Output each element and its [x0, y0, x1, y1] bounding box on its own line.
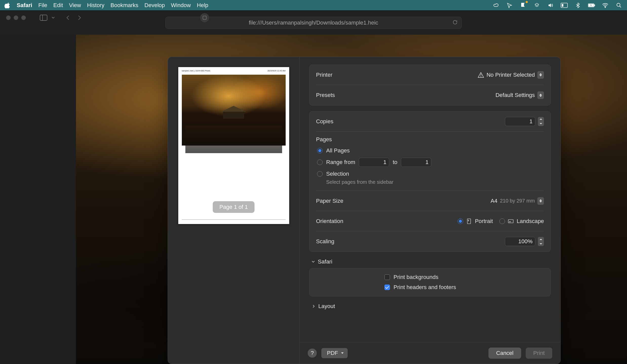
menubar-item-develop[interactable]: Develop: [144, 2, 165, 9]
checkbox-off-icon: [384, 274, 390, 280]
window-minimize-button[interactable]: [14, 15, 18, 20]
print-preview-pane: sample1.heic | 1024×683 Pixels 2023/9/25…: [168, 57, 300, 364]
bluetooth-icon[interactable]: [574, 3, 581, 8]
printer-label: Printer: [316, 72, 332, 78]
reload-button[interactable]: [452, 19, 458, 26]
svg-point-5: [605, 7, 606, 8]
orientation-portrait-option[interactable]: Portrait: [458, 218, 493, 225]
menubar-left: Safari File Edit View History Bookmarks …: [5, 2, 208, 9]
copies-input[interactable]: [505, 117, 535, 126]
notification-badge: [526, 1, 528, 3]
orientation-label: Orientation: [316, 218, 343, 225]
pages-block: Pages All Pages Range from to Se: [316, 132, 544, 191]
menubar-item-view[interactable]: View: [69, 2, 81, 9]
apple-logo-icon[interactable]: [5, 2, 11, 8]
volume-icon[interactable]: [547, 3, 554, 8]
orientation-landscape-option[interactable]: Landscape: [499, 218, 544, 225]
safari-sidebar-area: [0, 35, 76, 364]
page-counter-badge: Page 1 of 1: [213, 201, 254, 213]
preview-page-header: sample1.heic | 1024×683 Pixels 2023/9/25…: [182, 70, 286, 72]
input-source-icon[interactable]: [561, 3, 568, 8]
svg-rect-1: [562, 4, 563, 7]
safari-section-toggle[interactable]: Safari: [309, 257, 551, 268]
scaling-stepper[interactable]: [538, 237, 544, 246]
airdrop-icon[interactable]: [506, 3, 513, 8]
scaling-input[interactable]: [505, 237, 535, 246]
svg-point-6: [617, 3, 620, 6]
printer-select[interactable]: No Printer Selected: [478, 71, 544, 79]
battery-icon[interactable]: [588, 3, 595, 8]
svg-rect-10: [467, 219, 471, 224]
scaling-label: Scaling: [316, 238, 334, 245]
checkbox-on-icon: [384, 285, 390, 290]
radio-off-icon: [499, 218, 505, 224]
svg-rect-11: [508, 219, 514, 223]
pages-label: Pages: [316, 136, 544, 143]
address-bar[interactable]: file:///Users/ramanpalsingh/Downloads/sa…: [165, 17, 462, 29]
page-setup-card: Copies Pages All Pages Range from: [309, 111, 551, 252]
window-zoom-button[interactable]: [21, 15, 26, 20]
radio-off-icon: [317, 171, 323, 177]
svg-rect-7: [40, 15, 47, 21]
scaling-row: Scaling: [316, 231, 544, 252]
window-close-button[interactable]: [6, 15, 11, 20]
sync-icon[interactable]: [533, 3, 540, 8]
menubar-item-file[interactable]: File: [38, 2, 47, 9]
paper-size-row: Paper Size A4 210 by 297 mm: [316, 191, 544, 211]
presets-select[interactable]: Default Settings: [496, 91, 544, 99]
menubar-item-help[interactable]: Help: [197, 2, 208, 9]
menubar-item-history[interactable]: History: [87, 2, 104, 9]
menubar-item-window[interactable]: Window: [171, 2, 191, 9]
forward-button[interactable]: [75, 13, 84, 22]
print-backgrounds-option[interactable]: Print backgrounds: [384, 274, 476, 280]
paper-size-label: Paper Size: [316, 198, 343, 204]
svg-rect-4: [594, 4, 595, 6]
address-bar-text: file:///Users/ramanpalsingh/Downloads/sa…: [249, 19, 378, 26]
spotlight-search-icon[interactable]: [615, 3, 622, 8]
cancel-button[interactable]: Cancel: [488, 348, 521, 359]
menubar-item-edit[interactable]: Edit: [53, 2, 63, 9]
landscape-icon: [507, 218, 514, 225]
printer-row: Printer No Printer Selected: [316, 65, 544, 85]
dropdown-arrows-icon: [537, 71, 544, 79]
print-preview-page[interactable]: sample1.heic | 1024×683 Pixels 2023/9/25…: [178, 67, 289, 224]
dropdown-arrows-icon: [537, 197, 544, 205]
menubar-status-area: [492, 2, 622, 9]
copies-row: Copies: [316, 111, 544, 132]
preview-page-footer: [182, 219, 286, 221]
wifi-icon[interactable]: [602, 3, 609, 8]
presets-row: Presets Default Settings: [316, 85, 544, 105]
layout-section-toggle[interactable]: Layout: [309, 302, 551, 313]
pages-selection-option[interactable]: Selection: [317, 169, 544, 179]
pages-all-option[interactable]: All Pages: [317, 146, 544, 155]
range-to-input[interactable]: [401, 158, 431, 167]
print-headers-footers-option[interactable]: Print headers and footers: [384, 284, 476, 291]
range-from-input[interactable]: [359, 158, 389, 167]
dropdown-arrows-icon: [537, 91, 544, 99]
pages-range-option[interactable]: Range from to: [317, 157, 544, 167]
site-settings-button[interactable]: [200, 13, 209, 22]
macos-menubar: Safari File Edit View History Bookmarks …: [0, 0, 627, 10]
paper-size-select[interactable]: A4 210 by 297 mm: [491, 197, 544, 205]
pages-selection-hint: Select pages from the sidebar: [326, 179, 544, 185]
warning-icon: [478, 72, 484, 78]
menubar-item-bookmarks[interactable]: Bookmarks: [110, 2, 138, 9]
print-dialog-footer: ? PDF Cancel Print: [300, 342, 560, 364]
chevron-down-icon: [311, 260, 315, 264]
print-button[interactable]: Print: [526, 348, 552, 359]
pdf-menu-button[interactable]: PDF: [321, 348, 348, 358]
printer-presets-card: Printer No Printer Selected Presets Defa…: [309, 65, 551, 106]
creative-cloud-icon[interactable]: [492, 3, 499, 8]
tab-group-dropdown[interactable]: [51, 13, 56, 22]
radio-off-icon: [317, 159, 323, 165]
help-button[interactable]: ?: [308, 349, 317, 358]
menubar-app-name[interactable]: Safari: [17, 2, 32, 9]
notification-center-icon[interactable]: [520, 2, 527, 9]
back-button[interactable]: [63, 13, 72, 22]
chevron-right-icon: [312, 304, 316, 308]
sidebar-toggle-button[interactable]: [39, 13, 48, 22]
presets-label: Presets: [316, 92, 335, 98]
radio-on-icon: [458, 218, 463, 224]
copies-stepper[interactable]: [538, 117, 544, 126]
print-settings-pane: Printer No Printer Selected Presets Defa…: [300, 57, 560, 364]
